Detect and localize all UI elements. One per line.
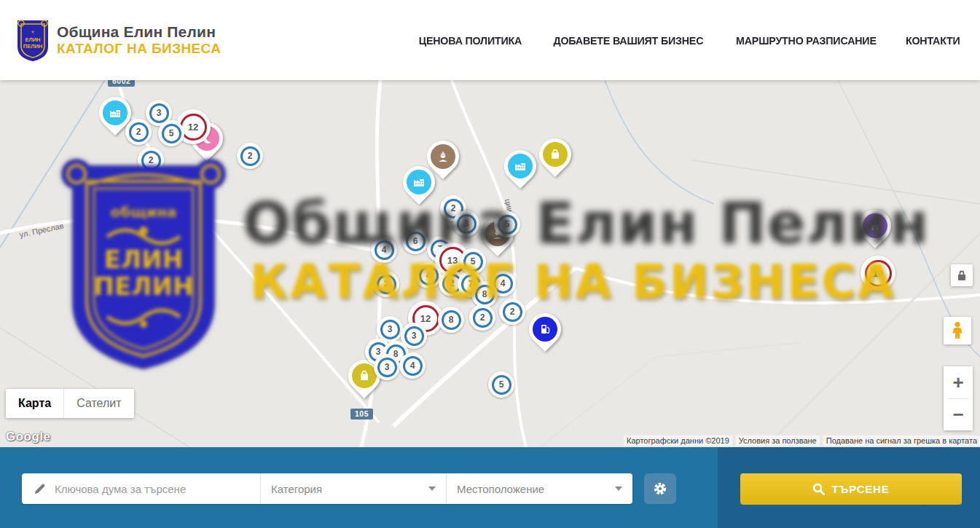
cluster-marker[interactable]: 8 <box>438 307 464 333</box>
chevron-down-icon <box>615 486 622 491</box>
search-button[interactable]: ТЪРСЕНЕ <box>740 473 962 505</box>
cluster-marker[interactable]: 2 <box>138 147 164 173</box>
cluster-marker[interactable]: 10 <box>861 256 895 291</box>
zoom-in-button[interactable]: + <box>944 366 973 398</box>
attribution-copyright: Картографски данни ©2019 <box>624 436 732 446</box>
cluster-marker[interactable]: 5 <box>494 211 520 237</box>
map-type-map-button[interactable]: Карта <box>6 389 63 418</box>
church-icon <box>863 213 887 238</box>
pegman-control[interactable] <box>944 317 971 344</box>
cluster-marker[interactable]: 5 <box>158 120 184 146</box>
cluster-marker[interactable]: 3 <box>453 210 479 237</box>
cluster-marker[interactable]: 2 <box>373 271 399 297</box>
cluster-marker[interactable]: 5 <box>488 371 514 398</box>
marker-layer: 321252223546713524274821282333834510 <box>0 80 980 447</box>
lock-control[interactable] <box>951 264 973 286</box>
brand[interactable]: ⚜ ЕЛИН ПЕЛИН Община Елин Пелин КАТАЛОГ Н… <box>16 19 221 61</box>
cluster-marker[interactable]: 2 <box>125 119 152 145</box>
brand-title: Община Елин Пелин <box>57 23 221 41</box>
cluster-marker[interactable]: 8 <box>471 281 498 307</box>
fuel-icon <box>533 317 557 342</box>
pegman-icon <box>951 321 964 340</box>
factory-icon <box>103 101 128 125</box>
chevron-down-icon <box>428 486 436 491</box>
category-select-value: Категория <box>271 483 322 495</box>
cluster-marker[interactable]: 3 <box>374 354 400 380</box>
nav-add-business[interactable]: ДОБАВЕТЕ ВАШИЯТ БИЗНЕС <box>553 34 703 47</box>
municipality-logo-icon: ⚜ ЕЛИН ПЕЛИН <box>16 19 50 61</box>
bag-pin-marker[interactable] <box>533 132 578 177</box>
location-select[interactable]: Местоположение <box>447 473 632 504</box>
category-select[interactable]: Категория <box>261 473 447 504</box>
google-logo[interactable]: Google <box>6 430 51 444</box>
map-attribution: Картографски данни ©2019 Условия за полз… <box>624 436 980 446</box>
cluster-marker[interactable]: 6 <box>402 228 428 254</box>
bag-icon <box>352 363 377 388</box>
map-canvas[interactable]: 6002 105 ул. Преслав бул. „Новосел ции“ … <box>0 80 980 447</box>
worker-icon <box>431 144 455 169</box>
lock-icon <box>957 269 967 281</box>
search-icon <box>812 483 825 495</box>
cluster-marker[interactable]: 2 <box>237 143 263 169</box>
keyword-field[interactable] <box>22 473 261 504</box>
search-bar: Категория Местоположение ТЪРСЕНЕ <box>0 447 980 528</box>
bag-icon <box>543 142 568 167</box>
advanced-settings-button[interactable] <box>644 473 676 504</box>
factory-pin-marker[interactable] <box>498 143 543 189</box>
attribution-report-link[interactable]: Подаване на сигнал за грешка в картата <box>823 436 980 446</box>
church-pin-marker[interactable] <box>852 203 898 248</box>
pencil-icon <box>34 483 46 495</box>
factory-icon <box>508 154 533 178</box>
svg-text:⚜: ⚜ <box>31 30 34 34</box>
brand-subtitle: КАТАЛОГ НА БИЗНЕСА <box>57 41 221 57</box>
keyword-input[interactable] <box>55 483 237 495</box>
location-select-value: Местоположение <box>457 483 544 495</box>
top-header: ⚜ ЕЛИН ПЕЛИН Община Елин Пелин КАТАЛОГ Н… <box>0 0 980 80</box>
fuel-pin-marker[interactable] <box>522 307 568 352</box>
nav-contacts[interactable]: КОНТАКТИ <box>906 34 960 47</box>
map-type-satellite-button[interactable]: Сателит <box>63 389 133 418</box>
map-type-control: Карта Сателит <box>6 389 134 418</box>
cluster-marker[interactable]: 4 <box>399 352 426 379</box>
main-nav: ЦЕНОВА ПОЛИТИКА ДОБАВЕТЕ ВАШИЯТ БИЗНЕС М… <box>416 0 962 80</box>
gear-icon <box>653 481 667 496</box>
cluster-marker[interactable]: 2 <box>499 299 525 325</box>
cluster-marker[interactable]: 2 <box>469 304 495 331</box>
search-fields: Категория Местоположение <box>22 473 632 504</box>
factory-icon <box>407 170 431 194</box>
cluster-marker[interactable]: 4 <box>371 237 397 263</box>
search-button-label: ТЪРСЕНЕ <box>831 483 889 495</box>
nav-route-schedule[interactable]: МАРШРУТНО РАЗПИСАНИЕ <box>736 34 877 47</box>
svg-text:ПЕЛИН: ПЕЛИН <box>23 43 42 50</box>
zoom-control: + − <box>944 366 973 430</box>
nav-pricing[interactable]: ЦЕНОВА ПОЛИТИКА <box>419 34 522 47</box>
svg-text:ЕЛИН: ЕЛИН <box>25 36 40 43</box>
zoom-out-button[interactable]: − <box>944 399 973 431</box>
attribution-terms-link[interactable]: Условия за ползване <box>736 436 820 446</box>
cluster-marker[interactable]: 4 <box>415 262 442 288</box>
